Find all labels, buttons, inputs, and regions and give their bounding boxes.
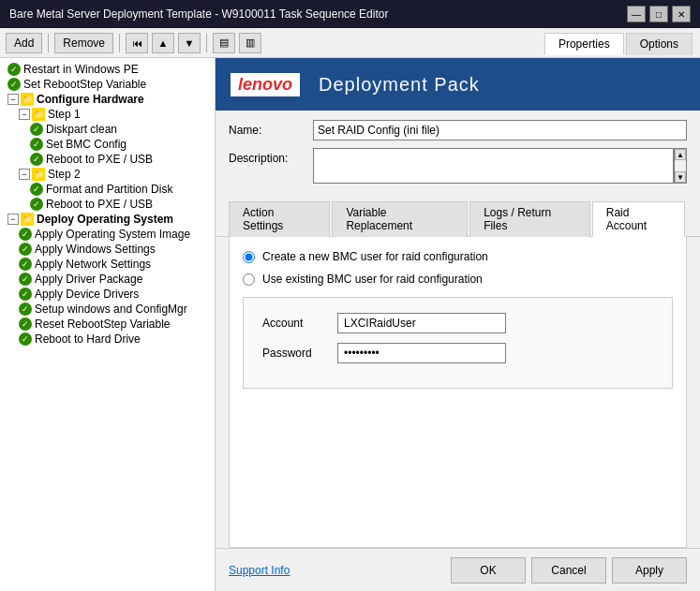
- tree-label: Apply Network Settings: [35, 258, 151, 271]
- expand-icon[interactable]: −: [19, 109, 30, 120]
- tree-label: Apply Driver Package: [35, 273, 142, 286]
- tree-label: Step 1: [48, 108, 81, 121]
- tree-item-restart-windows-pe[interactable]: ✓ Restart in Windows PE: [0, 62, 215, 77]
- add-button[interactable]: Add: [6, 33, 42, 53]
- tree-item-apply-driver-package[interactable]: ✓ Apply Driver Package: [0, 272, 215, 287]
- radio-existing-label[interactable]: Use existing BMC user for raid configura…: [262, 273, 483, 286]
- tree-label: Setup windows and ConfigMgr: [35, 303, 187, 316]
- bottom-buttons: OK Cancel Apply: [451, 557, 687, 584]
- tree-item-diskpart[interactable]: ✓ Diskpart clean: [0, 122, 215, 137]
- tree-label: Format and Partition Disk: [46, 183, 172, 196]
- close-button[interactable]: ✕: [672, 6, 691, 22]
- tree-item-format-partition[interactable]: ✓ Format and Partition Disk: [0, 182, 215, 197]
- tree-item-step1[interactable]: − 📁 Step 1: [0, 107, 215, 122]
- folder-icon: 📁: [21, 93, 34, 106]
- description-input[interactable]: [313, 148, 674, 184]
- tab-options[interactable]: Options: [626, 33, 693, 55]
- check-icon: ✓: [7, 63, 21, 76]
- expand-icon[interactable]: −: [7, 214, 19, 225]
- tree-item-reset-rebootstep[interactable]: ✓ Reset RebootStep Variable: [0, 317, 215, 332]
- tab-properties[interactable]: Properties: [544, 33, 624, 55]
- tree-item-apply-os-image[interactable]: ✓ Apply Operating System Image: [0, 227, 215, 242]
- account-input[interactable]: [337, 313, 506, 333]
- check-icon: ✓: [30, 198, 43, 211]
- scroll-down-arrow[interactable]: ▼: [675, 171, 686, 183]
- deployment-pack-title: Deployment Pack: [319, 74, 480, 96]
- tree-label: Step 2: [48, 168, 81, 181]
- password-input[interactable]: [337, 343, 506, 363]
- remove-button[interactable]: Remove: [54, 33, 113, 53]
- toolbar-divider: [48, 34, 49, 52]
- tree-item-setup-windows[interactable]: ✓ Setup windows and ConfigMgr: [0, 302, 215, 317]
- name-input[interactable]: [313, 120, 687, 140]
- tree-label: Diskpart clean: [46, 123, 117, 136]
- support-info-link[interactable]: Support Info: [229, 564, 290, 577]
- radio-row-use-existing: Use existing BMC user for raid configura…: [243, 273, 673, 286]
- tree-label: Apply Device Drivers: [35, 288, 139, 301]
- tree-label: Restart in Windows PE: [23, 63, 139, 76]
- account-row: Account: [262, 313, 653, 333]
- tree-label: Set BMC Config: [46, 138, 127, 151]
- tree-item-set-rebootstep[interactable]: ✓ Set RebootStep Variable: [0, 77, 215, 92]
- check-icon: ✓: [19, 288, 32, 301]
- tree-item-set-bmc[interactable]: ✓ Set BMC Config: [0, 137, 215, 152]
- tree-item-reboot-pxe-2[interactable]: ✓ Reboot to PXE / USB: [0, 197, 215, 212]
- tree-item-deploy-os[interactable]: − 📁 Deploy Operating System: [0, 212, 215, 227]
- radio-use-existing[interactable]: [243, 273, 255, 286]
- check-icon: ✓: [19, 318, 32, 331]
- radio-create-label[interactable]: Create a new BMC user for raid configura…: [262, 250, 488, 263]
- raid-account-tab-content: Create a new BMC user for raid configura…: [230, 237, 686, 402]
- ok-button[interactable]: OK: [451, 557, 526, 584]
- description-label: Description:: [229, 148, 313, 165]
- view1-button[interactable]: ▤: [213, 33, 235, 53]
- radio-create-new[interactable]: [243, 251, 255, 263]
- window-controls: — □ ✕: [627, 6, 691, 22]
- tree-label: Reboot to PXE / USB: [46, 153, 153, 166]
- radio-row-create-new: Create a new BMC user for raid configura…: [243, 250, 673, 263]
- tree-item-apply-network-settings[interactable]: ✓ Apply Network Settings: [0, 257, 215, 272]
- move-up-button[interactable]: ▲: [152, 33, 174, 53]
- tree-label: Set RebootStep Variable: [23, 78, 146, 91]
- expand-icon[interactable]: −: [19, 169, 30, 180]
- apply-button[interactable]: Apply: [612, 557, 687, 584]
- tab-raid-account[interactable]: Raid Account: [592, 201, 685, 237]
- check-icon: ✓: [19, 228, 32, 241]
- folder-icon: 📁: [32, 108, 45, 121]
- tree-item-reboot-pxe-1[interactable]: ✓ Reboot to PXE / USB: [0, 152, 215, 167]
- tree-item-configure-hardware[interactable]: − 📁 Configure Hardware: [0, 92, 215, 107]
- move-down-button[interactable]: ▼: [178, 33, 201, 53]
- description-row: Description: ▲ ▼: [229, 148, 687, 184]
- task-sequence-tree: ✓ Restart in Windows PE ✓ Set RebootStep…: [0, 58, 215, 350]
- right-panel: lenovo Deployment Pack Name: Description…: [216, 58, 700, 591]
- scroll-up-arrow[interactable]: ▲: [675, 149, 686, 160]
- password-row: Password: [262, 343, 653, 363]
- lenovo-logo: lenovo: [231, 73, 300, 96]
- lenovo-header: lenovo Deployment Pack: [216, 58, 700, 111]
- tree-item-step2[interactable]: − 📁 Step 2: [0, 167, 215, 182]
- form-area: Name: Description: ▲ ▼: [216, 111, 700, 200]
- tree-label: Deploy Operating System: [37, 213, 173, 226]
- radio-group: Create a new BMC user for raid configura…: [243, 250, 673, 286]
- expand-icon[interactable]: −: [7, 94, 19, 105]
- folder-icon: 📁: [21, 213, 34, 226]
- tab-variable-replacement[interactable]: Variable Replacement: [332, 201, 468, 237]
- toolbar-divider-3: [206, 34, 207, 52]
- tab-logs-return-files[interactable]: Logs / Return Files: [469, 201, 590, 237]
- cancel-button[interactable]: Cancel: [531, 557, 606, 584]
- tree-item-apply-device-drivers[interactable]: ✓ Apply Device Drivers: [0, 287, 215, 302]
- tree-item-apply-windows-settings[interactable]: ✓ Apply Windows Settings: [0, 242, 215, 257]
- check-icon: ✓: [30, 123, 43, 136]
- maximize-button[interactable]: □: [649, 6, 668, 22]
- toolbar-divider-2: [119, 34, 120, 52]
- view2-button[interactable]: ▥: [239, 33, 261, 53]
- tree-item-reboot-hard-drive[interactable]: ✓ Reboot to Hard Drive: [0, 332, 215, 347]
- content-area: Create a new BMC user for raid configura…: [229, 237, 687, 548]
- move-up-up-button[interactable]: ⏮: [126, 33, 148, 53]
- check-icon: ✓: [19, 303, 32, 316]
- tree-label: Apply Operating System Image: [35, 228, 190, 241]
- tree-label: Reboot to PXE / USB: [46, 198, 153, 211]
- bottom-bar: Support Info OK Cancel Apply: [216, 548, 700, 591]
- minimize-button[interactable]: —: [627, 6, 646, 22]
- content-tabs: Action Settings Variable Replacement Log…: [216, 200, 700, 237]
- tab-action-settings[interactable]: Action Settings: [229, 201, 330, 237]
